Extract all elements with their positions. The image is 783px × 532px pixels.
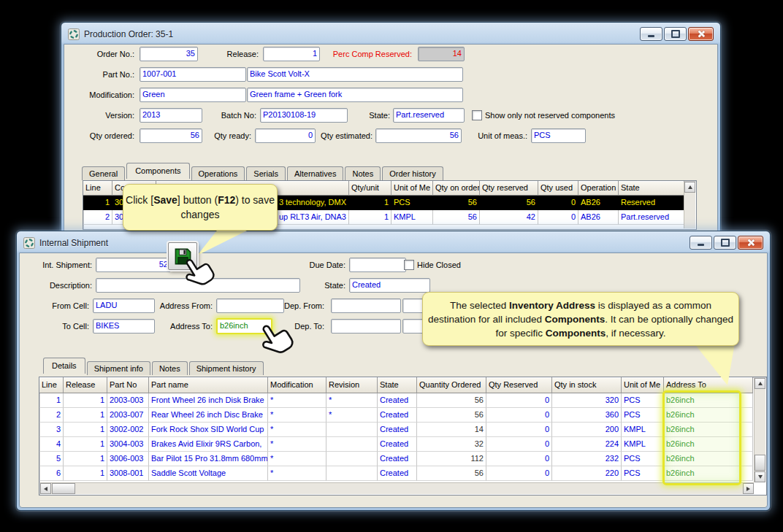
details-grid-vscrollbar[interactable] [754, 378, 765, 482]
cell-qty_reserved[interactable]: 0 [486, 393, 552, 408]
state-field[interactable]: Created [349, 278, 430, 293]
cell-qty_reserved[interactable]: 0 [486, 408, 552, 423]
cell-qty_reserved[interactable]: 0 [486, 423, 552, 437]
cell-qty_ordered[interactable]: 56 [417, 408, 486, 423]
minimize-button[interactable] [640, 27, 662, 41]
int-shipment-field[interactable]: 52 [96, 258, 171, 272]
cell-revision[interactable] [326, 452, 378, 466]
tab-alternatives[interactable]: Alternatives [287, 166, 343, 180]
cell-qty_ordered[interactable]: 56 [417, 393, 486, 408]
dep-to-field[interactable] [331, 319, 401, 334]
cell-release[interactable]: 1 [64, 452, 107, 466]
close-button[interactable] [688, 27, 714, 41]
internal-shipment-titlebar[interactable]: Internal Shipment [19, 234, 768, 252]
cell-unit[interactable]: KMPL [392, 210, 433, 225]
cell-part_no[interactable]: 3002-002 [107, 423, 149, 437]
table-row[interactable]: 212003-007Rear Wheel 26 inch Disc Brake*… [39, 408, 766, 423]
cell-part_name[interactable]: Fork Rock Shox SID World Cup [149, 423, 268, 437]
column-header-part_name[interactable]: Part name [149, 377, 268, 393]
column-header-line[interactable]: Line [83, 181, 112, 196]
cell-release[interactable]: 1 [64, 437, 107, 452]
cell-revision[interactable]: * [326, 393, 378, 408]
cell-part_name[interactable]: Bar Pilot 15 Pro 31.8mm 680mm [149, 452, 268, 466]
cell-qty_unit[interactable]: 1 [349, 210, 392, 225]
cell-qty_stock[interactable]: 320 [552, 393, 622, 408]
scroll-up-button[interactable] [755, 378, 765, 389]
cell-operation[interactable]: AB26 [578, 210, 619, 225]
cell-modification[interactable]: * [268, 452, 326, 466]
qty-ordered-field[interactable]: 56 [140, 128, 202, 143]
dep-from-field[interactable] [331, 298, 401, 313]
close-button[interactable] [738, 236, 763, 250]
cell-qty_unit[interactable]: 1 [349, 196, 392, 210]
cell-on_order[interactable]: 56 [433, 210, 480, 225]
table-row[interactable]: 313002-002Fork Rock Shox SID World Cup*C… [39, 423, 766, 437]
modification-field[interactable]: Green [140, 88, 246, 102]
cell-modification[interactable]: * [268, 423, 326, 437]
table-row[interactable]: 112003-003Front Wheel 26 inch Disk Brake… [39, 393, 766, 408]
qty-ready-field[interactable]: 0 [255, 128, 316, 143]
cell-line[interactable]: 2 [39, 408, 64, 423]
cell-unit[interactable]: KMPL [622, 423, 664, 437]
cell-qty_stock[interactable]: 220 [552, 466, 622, 481]
column-header-revision[interactable]: Revision [326, 377, 378, 393]
cell-modification[interactable]: * [268, 408, 326, 423]
version-field[interactable]: 2013 [140, 108, 202, 123]
cell-unit[interactable]: PCS [622, 466, 664, 481]
cell-line[interactable]: 1 [83, 196, 112, 210]
cell-line[interactable]: 3 [39, 423, 64, 437]
cell-qty_reserved[interactable]: 0 [486, 437, 552, 452]
cell-release[interactable]: 1 [64, 423, 107, 437]
maximize-button[interactable] [664, 27, 687, 41]
cell-qty_ordered[interactable]: 14 [417, 423, 486, 437]
cell-revision[interactable] [326, 466, 378, 481]
cell-unit[interactable]: PCS [392, 196, 433, 210]
column-header-unit[interactable]: Unit of Me [622, 377, 664, 393]
cell-part_name[interactable]: Brakes Avid Elixir 9RS Carbon, [149, 437, 268, 452]
cell-part_no[interactable]: 2003-003 [107, 393, 149, 408]
to-cell-field[interactable]: BIKES [93, 319, 155, 334]
scroll-left-button[interactable] [40, 483, 51, 494]
column-header-operation[interactable]: Operation [578, 181, 619, 196]
cell-part_name[interactable]: Front Wheel 26 inch Disk Brake [149, 393, 268, 408]
cell-qty_ordered[interactable]: 32 [417, 437, 486, 452]
cell-qty_stock[interactable]: 360 [552, 408, 622, 423]
cell-state[interactable]: Reserved [619, 196, 684, 210]
due-date-field[interactable] [349, 258, 406, 272]
cell-qty_reserved[interactable]: 0 [486, 452, 552, 466]
cell-release[interactable]: 1 [64, 408, 107, 423]
column-header-reserved[interactable]: Qty reserved [480, 181, 538, 196]
order-no-field[interactable]: 35 [140, 47, 198, 61]
cell-state[interactable]: Created [378, 393, 417, 408]
scroll-right-button[interactable] [743, 483, 754, 494]
cell-release[interactable]: 1 [64, 466, 107, 481]
from-cell-field[interactable]: LADU [93, 298, 155, 313]
cell-used[interactable]: 0 [538, 210, 578, 225]
cell-part_no[interactable]: 3004-003 [107, 437, 149, 452]
table-row[interactable]: 513006-003Bar Pilot 15 Pro 31.8mm 680mm*… [39, 452, 766, 466]
table-row[interactable]: 413004-003Brakes Avid Elixir 9RS Carbon,… [39, 437, 766, 452]
cell-line[interactable]: 4 [39, 437, 64, 452]
tab-notes[interactable]: Notes [152, 361, 188, 375]
tab-shipment-history[interactable]: Shipment history [189, 361, 264, 375]
cell-state[interactable]: Part.reserved [619, 210, 684, 225]
tab-order-history[interactable]: Order history [382, 166, 443, 180]
scroll-up-button[interactable] [684, 182, 695, 193]
cell-part_no[interactable]: 2003-007 [107, 408, 149, 423]
qty-estimated-field[interactable]: 56 [375, 128, 462, 143]
cell-revision[interactable]: * [326, 408, 378, 423]
cell-qty_stock[interactable]: 224 [552, 437, 622, 452]
part-no-field[interactable]: 1007-001 [140, 67, 246, 82]
cell-modification[interactable]: * [268, 393, 326, 408]
tab-general[interactable]: General [82, 166, 125, 180]
cell-part_no[interactable]: 3008-001 [107, 466, 149, 481]
column-header-qty_ordered[interactable]: Quantity Ordered [417, 377, 486, 393]
state-field[interactable]: Part.reserved [393, 108, 465, 123]
cell-state[interactable]: Created [378, 452, 417, 466]
minimize-button[interactable] [690, 236, 712, 250]
details-grid-hscrollbar[interactable] [40, 482, 754, 494]
part-name-field[interactable]: Bike Scott Volt-X [247, 67, 463, 82]
column-header-modification[interactable]: Modification [268, 377, 326, 393]
cell-qty_ordered[interactable]: 56 [417, 466, 486, 481]
vscroll-thumb[interactable] [755, 455, 765, 471]
